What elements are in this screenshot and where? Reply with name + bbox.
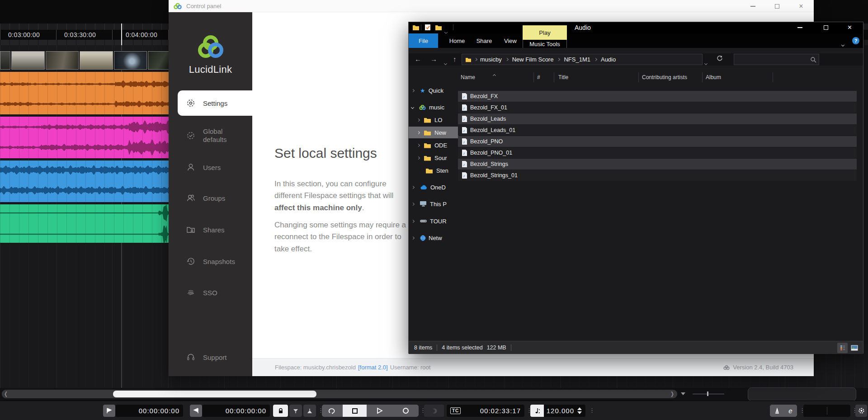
nav-item-sten[interactable]: Sten [409,165,458,176]
explorer-search-input[interactable] [737,56,809,64]
column-header-album[interactable]: Album [706,74,721,80]
file-row[interactable]: ♪ Bezold_Strings [458,159,857,170]
lucidlink-titlebar[interactable]: Control panel × [169,0,814,12]
file-row[interactable]: ♪ Bezold_FX_01 [458,102,857,113]
sidebar-item-support[interactable]: Support [169,344,252,370]
tab-view[interactable]: View [498,33,523,48]
left-locator-display[interactable]: 00:00:00:00 [115,405,183,417]
up-icon[interactable]: ↑ [453,55,457,63]
column-header-title[interactable]: Title [558,74,568,80]
stop-button[interactable] [343,405,367,417]
file-row[interactable]: ♪ Bezold_Leads [458,113,857,124]
thumbnail-view-button[interactable] [849,343,859,353]
tab-home[interactable]: Home [444,33,470,48]
svg-text:♪: ♪ [463,106,465,110]
column-header-number[interactable]: # [537,74,540,80]
address-bar[interactable]: musicby New Film Score NFS_1M1 Audio [462,54,703,65]
contextual-tab-play[interactable]: Play [523,25,567,40]
nav-item-ode[interactable]: ODE [409,139,458,151]
audio-clip-green[interactable] [0,204,171,243]
file-row[interactable]: ♪ Bezold_Leads_01 [458,125,857,136]
qat-new-folder-icon[interactable] [435,24,442,31]
file-row[interactable]: ♪ Bezold_PNO_01 [458,147,857,158]
left-locator-flag-button[interactable] [103,405,115,417]
audio-clip-blue[interactable] [0,160,171,202]
punch-out-button[interactable] [303,405,316,417]
tempo-track-button[interactable] [530,405,544,417]
nav-item-onedrive[interactable]: OneD [409,181,458,193]
tab-share[interactable]: Share [471,33,497,48]
column-header-name[interactable]: Name [461,74,475,80]
zoom-preset-icon[interactable] [681,392,685,395]
horizontal-scrollbar-thumb[interactable] [113,391,316,397]
nav-item-tour-drive[interactable]: TOUR [409,215,458,227]
video-track[interactable] [0,51,171,70]
nav-item-lo[interactable]: LO [409,114,458,126]
tab-file[interactable]: File [409,33,438,48]
scroll-left-icon[interactable]: ❬ [4,391,8,397]
format-link[interactable]: [format 2.0] [358,364,388,371]
back-icon[interactable]: ← [415,55,421,63]
explorer-maximize-button[interactable] [816,24,836,31]
breadcrumb-audio[interactable]: Audio [601,56,616,63]
nav-item-musicby[interactable]: music [409,101,458,113]
nav-item-sour[interactable]: Sour [409,152,458,164]
qat-folder-icon[interactable] [412,24,420,31]
nav-item-network[interactable]: Netw [409,232,458,244]
qat-properties-icon[interactable] [425,24,431,31]
search-box[interactable] [734,54,819,65]
audio-clip-orange[interactable] [0,72,171,114]
details-view-button[interactable] [837,343,848,353]
address-dropdown-icon[interactable] [705,58,707,66]
explorer-minimize-button[interactable] [790,24,810,31]
right-locator-flag-button[interactable] [190,405,202,417]
sidebar-item-sso[interactable]: SSO [169,280,252,305]
lock-button[interactable] [273,405,288,417]
sidebar-item-groups[interactable]: Groups [169,185,252,211]
playhead-marker[interactable] [121,24,122,45]
audio-clip-pink[interactable] [0,117,171,158]
horizontal-scrollbar[interactable] [2,390,677,398]
recent-locations-icon[interactable] [444,58,447,66]
maximize-button[interactable] [770,3,784,10]
breadcrumb-nfs-1m1[interactable]: NFS_1M1 [564,56,590,63]
file-row[interactable]: ♪ Bezold_FX [458,91,857,102]
zoom-slider[interactable] [689,392,728,395]
metronome-edit-button[interactable]: e [784,405,797,417]
breadcrumb-new-film-score[interactable]: New Film Score [512,56,554,63]
primary-timecode-display[interactable]: TC 00:02:33:17 [447,405,524,417]
punch-in-button[interactable] [289,405,302,417]
play-button[interactable] [367,405,392,417]
explorer-titlebar[interactable]: Audio × [409,22,863,33]
column-header-contributing-artists[interactable]: Contributing artists [642,74,687,80]
nav-item-this-pc[interactable]: This P [409,198,458,210]
sidebar-item-shares[interactable]: Shares [169,217,252,242]
svg-text:♪: ♪ [463,94,465,99]
refresh-icon[interactable] [716,55,723,64]
sidebar-item-snapshots[interactable]: Snapshots [169,249,252,274]
help-icon[interactable]: ? [852,37,859,44]
record-button[interactable] [392,405,419,417]
scroll-right-icon[interactable]: ❭ [670,391,675,397]
tempo-spinner[interactable] [577,407,582,414]
nav-item-new-film-score[interactable]: New [409,127,458,138]
nav-item-quick-access[interactable]: ★ Quick [409,85,458,96]
tempo-display[interactable]: 120.000 [544,405,585,417]
file-row[interactable]: ♪ Bezold_Strings_01 [458,170,857,181]
explorer-close-button[interactable]: × [840,24,860,31]
preroll-button[interactable] [424,405,444,417]
sidebar-item-settings[interactable]: Settings [178,90,252,116]
collapse-ribbon-icon[interactable] [842,40,844,48]
file-row[interactable]: ♪ Bezold_PNO [458,136,857,147]
sidebar-item-users[interactable]: Users [169,155,252,180]
right-locator-display[interactable]: 00:00:00:00 [202,405,270,417]
sidebar-item-global-defaults[interactable]: Global defaults [169,123,252,148]
minimize-button[interactable] [746,3,760,10]
tab-music-tools[interactable]: Music Tools [523,40,567,48]
cycle-button[interactable] [322,405,343,417]
transport-settings-gear-button[interactable] [855,405,867,417]
close-button[interactable]: × [794,3,808,10]
metronome-button[interactable] [770,405,784,417]
forward-icon[interactable]: → [430,55,437,63]
breadcrumb-musicby[interactable]: musicby [480,56,502,63]
